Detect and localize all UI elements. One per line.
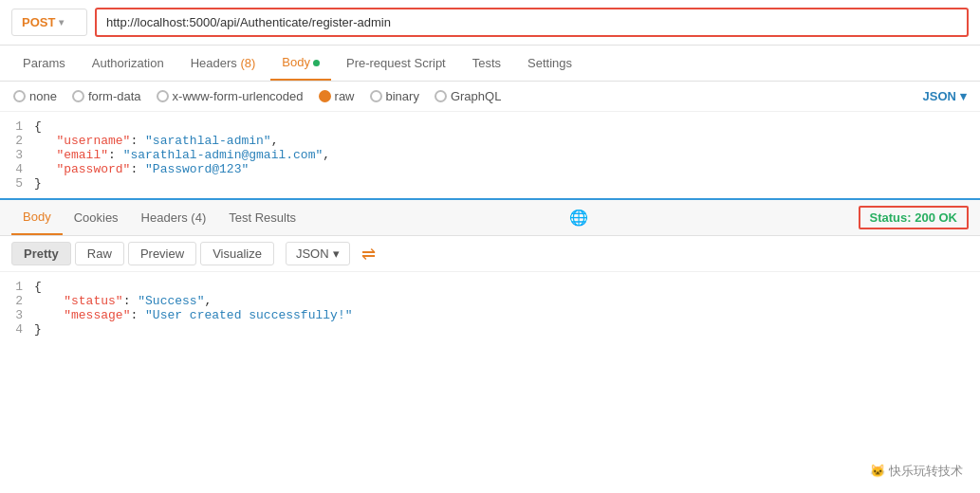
req-content-2: "username": "sarathlal-admin", bbox=[34, 134, 980, 148]
raw-button[interactable]: Raw bbox=[75, 242, 124, 265]
res-content-3: "message": "User created successfully!" bbox=[34, 308, 980, 322]
res-line-4: 4 } bbox=[0, 322, 980, 337]
res-linenum-3: 3 bbox=[0, 308, 34, 322]
req-content-5: } bbox=[34, 176, 980, 191]
json-format-dropdown[interactable]: JSON ▾ bbox=[923, 89, 967, 103]
method-chevron: ▾ bbox=[59, 17, 64, 27]
json-format-chevron: ▾ bbox=[960, 89, 967, 103]
request-code-area: 1 { 2 "username": "sarathlal-admin", 3 "… bbox=[0, 112, 980, 200]
tab-headers[interactable]: Headers (8) bbox=[179, 46, 268, 80]
req-line-5: 5 } bbox=[0, 176, 980, 191]
req-linenum-5: 5 bbox=[0, 176, 34, 191]
response-tabs-bar: Body Cookies Headers (4) Test Results 🌐 … bbox=[0, 200, 980, 236]
res-linenum-1: 1 bbox=[0, 280, 34, 294]
req-linenum-4: 4 bbox=[0, 162, 34, 176]
response-tab-test-results[interactable]: Test Results bbox=[217, 201, 307, 234]
tab-params[interactable]: Params bbox=[11, 46, 77, 80]
response-format-bar: Pretty Raw Preview Visualize JSON ▾ ⇌ bbox=[0, 236, 980, 272]
tab-pre-request[interactable]: Pre-request Script bbox=[335, 46, 457, 80]
radio-formdata-dot bbox=[72, 90, 84, 102]
response-tab-body[interactable]: Body bbox=[11, 200, 63, 235]
radio-urlenc-dot bbox=[157, 90, 169, 102]
tab-headers-badge: (8) bbox=[240, 56, 255, 70]
top-bar: POST ▾ bbox=[0, 0, 980, 46]
format-none[interactable]: none bbox=[13, 89, 57, 103]
tab-settings[interactable]: Settings bbox=[516, 46, 583, 80]
res-line-1: 1 { bbox=[0, 280, 980, 294]
req-line-3: 3 "email": "sarathlal-admin@gmail.com", bbox=[0, 148, 980, 162]
req-content-1: { bbox=[34, 119, 980, 134]
res-content-1: { bbox=[34, 280, 980, 294]
req-content-4: "password": "Password@123" bbox=[34, 162, 980, 176]
req-line-1: 1 { bbox=[0, 119, 980, 134]
res-linenum-4: 4 bbox=[0, 322, 34, 337]
preview-button[interactable]: Preview bbox=[128, 242, 196, 265]
response-format-label: JSON bbox=[296, 246, 329, 261]
format-binary[interactable]: binary bbox=[370, 89, 419, 103]
req-content-3: "email": "sarathlal-admin@gmail.com", bbox=[34, 148, 980, 162]
filter-icon[interactable]: ⇌ bbox=[361, 244, 376, 265]
req-linenum-3: 3 bbox=[0, 148, 34, 162]
pretty-button[interactable]: Pretty bbox=[11, 242, 71, 265]
radio-binary-dot bbox=[370, 90, 382, 102]
format-binary-label: binary bbox=[386, 89, 419, 103]
request-tabs-bar: Params Authorization Headers (8) Body Pr… bbox=[0, 46, 980, 82]
radio-none-dot bbox=[13, 90, 26, 102]
res-line-3: 3 "message": "User created successfully!… bbox=[0, 308, 980, 322]
tab-body[interactable]: Body bbox=[270, 46, 331, 81]
visualize-button[interactable]: Visualize bbox=[200, 242, 274, 265]
tab-authorization[interactable]: Authorization bbox=[81, 46, 176, 80]
response-headers-label: Headers bbox=[141, 210, 192, 225]
req-linenum-1: 1 bbox=[0, 119, 34, 134]
format-graphql-label: GraphQL bbox=[451, 89, 501, 103]
status-badge-wrap: Status: 200 OK bbox=[859, 205, 969, 230]
format-formdata-label: form-data bbox=[88, 89, 141, 103]
response-code-area: 1 { 2 "status": "Success", 3 "message": … bbox=[0, 272, 980, 344]
format-urlenc-label: x-www-form-urlencoded bbox=[173, 89, 304, 103]
method-label: POST bbox=[22, 15, 55, 29]
format-raw[interactable]: raw bbox=[319, 89, 355, 103]
radio-graphql-dot bbox=[435, 90, 447, 102]
globe-icon: 🌐 bbox=[569, 209, 588, 227]
tab-tests[interactable]: Tests bbox=[461, 46, 512, 80]
response-headers-badge: (4) bbox=[191, 210, 206, 225]
status-badge: Status: 200 OK bbox=[859, 206, 969, 229]
response-tab-headers[interactable]: Headers (4) bbox=[130, 201, 218, 234]
format-none-label: none bbox=[29, 89, 57, 103]
tab-body-label: Body bbox=[282, 55, 310, 69]
res-line-2: 2 "status": "Success", bbox=[0, 294, 980, 308]
json-format-label: JSON bbox=[923, 89, 956, 103]
tab-headers-label: Headers bbox=[191, 56, 241, 70]
req-line-4: 4 "password": "Password@123" bbox=[0, 162, 980, 176]
req-linenum-2: 2 bbox=[0, 134, 34, 148]
res-content-4: } bbox=[34, 322, 980, 337]
response-format-dropdown[interactable]: JSON ▾ bbox=[286, 242, 350, 265]
response-format-chevron: ▾ bbox=[333, 246, 340, 261]
url-input[interactable] bbox=[95, 8, 969, 37]
res-linenum-2: 2 bbox=[0, 294, 34, 308]
method-select[interactable]: POST ▾ bbox=[11, 9, 87, 36]
radio-raw-dot bbox=[319, 90, 331, 102]
format-bar: none form-data x-www-form-urlencoded raw… bbox=[0, 82, 980, 112]
response-tab-cookies[interactable]: Cookies bbox=[63, 201, 130, 234]
format-form-data[interactable]: form-data bbox=[72, 89, 141, 103]
format-graphql[interactable]: GraphQL bbox=[435, 89, 501, 103]
format-urlencoded[interactable]: x-www-form-urlencoded bbox=[157, 89, 304, 103]
req-line-2: 2 "username": "sarathlal-admin", bbox=[0, 134, 980, 148]
res-content-2: "status": "Success", bbox=[34, 294, 980, 308]
body-active-dot bbox=[313, 60, 320, 66]
format-raw-label: raw bbox=[335, 89, 355, 103]
